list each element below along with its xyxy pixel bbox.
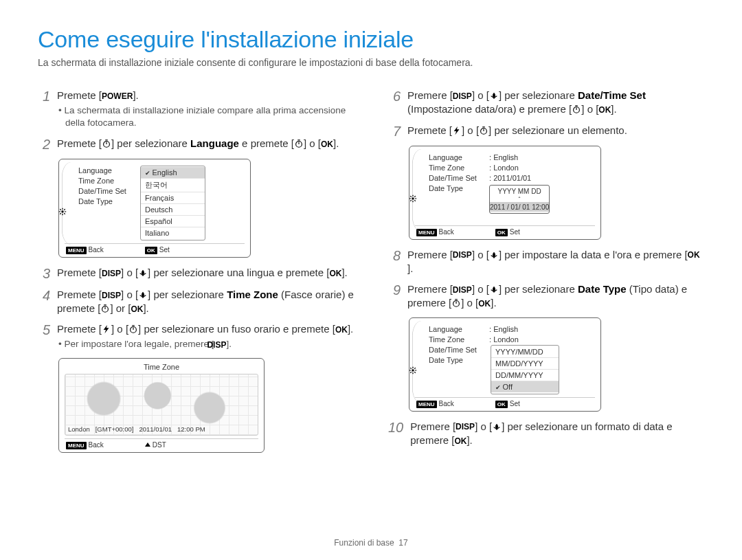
step-1: 1 Premete [POWER]. La schermata di insta… [38,89,354,130]
gear-icon [409,194,417,205]
macro-icon [138,268,148,278]
lcd-language: Language Time Zone Date/Time Set Date Ty… [58,159,251,258]
step-3: 3 Premete [DISP] o [] per selezionare un… [38,266,354,281]
ok-button-label: OK [454,436,466,447]
ok-button-label: OK [145,247,157,254]
step-5: 5 Premete [] o [] per selezionare un fus… [38,322,354,350]
left-column: 1 Premete [POWER]. La schermata di insta… [38,89,354,461]
ok-button-label: OK [335,324,348,335]
step-9: 9 Premere [DISP] o [] per selezionare Da… [388,282,704,311]
datetype-options: YYYY/MM/DD MM/DD/YYYY DD/MM/YYYY Off [491,345,559,394]
step-2: 2 Premete [] per selezionare Language e … [38,137,354,152]
ok-button-label: OK [329,268,341,279]
disp-button-label: DISP [102,268,121,279]
lcd-datetime: Language Time Zone Date/Time Set Date Ty… [409,146,601,240]
step-number: 1 [38,89,50,130]
macro-icon [492,422,502,432]
disp-button-label: DISP [453,284,472,295]
timer-icon [479,126,488,135]
step-8: 8 Premere [DISP] o [] per impostare la d… [388,248,704,276]
ok-button-label: OK [598,104,611,115]
gear-icon [409,366,417,377]
macro-icon [489,91,499,100]
step-1-note: La schermata di installazione iniziale c… [57,104,354,129]
lcd-timezone: Time Zone London [GMT+00:00] 2011/01/01 … [58,358,265,453]
menu-button-label: MENU [66,247,87,254]
disp-button-label: DISP [214,339,226,350]
step-5-note: Per impostare l'ora legale, premere [DIS… [57,338,354,350]
ok-button-label: OK [478,298,491,309]
ok-button-label: OK [495,401,508,408]
right-column: 6 Premere [DISP] o [] per selezionare Da… [388,89,704,461]
lcd-datetype: Language Time Zone Date/Time Set Date Ty… [409,317,601,412]
ok-button-label: OK [321,139,333,150]
macro-icon [489,284,499,294]
world-map: London [GMT+00:00] 2011/01/01 12:00 PM [65,374,258,436]
menu-labels: Language Time Zone Date/Time Set Date Ty… [78,164,133,240]
flash-icon [102,324,111,334]
timer-icon [294,139,304,148]
power-button-label: POWER [102,91,133,102]
timer-icon [451,298,461,308]
page-footer: Funzioni di base 17 [0,538,742,548]
language-options: English 한국어 Français Deutsch Español Ita… [140,166,205,240]
timer-icon [128,324,138,334]
timer-icon [102,139,111,148]
disp-button-label: DISP [453,249,472,260]
gear-icon [58,208,67,218]
page-title: Come eseguire l'installazione iniziale [38,26,704,53]
ok-button-label: OK [495,229,508,236]
ok-button-label: OK [688,249,700,260]
disp-button-label: DISP [102,290,121,301]
disp-button-label: DISP [456,421,475,432]
ok-button-label: OK [131,304,143,315]
flash-icon [452,126,462,135]
menu-button-label: MENU [66,442,87,449]
macro-icon [138,290,148,300]
macro-icon [489,250,499,260]
step-6: 6 Premere [DISP] o [] per selezionare Da… [388,89,704,117]
page-subtitle: La schermata di installazione iniziale c… [38,57,704,68]
up-arrow-icon [145,443,150,447]
step-7: 7 Premete [] o [] per selezionare un ele… [388,124,704,139]
timer-icon [572,104,581,114]
step-10: 10 Premere [DISP] o [] per selezionare u… [388,420,704,448]
disp-button-label: DISP [453,91,472,102]
timer-icon [100,304,110,313]
step-4: 4 Premete [DISP] o [] per selezionare Ti… [38,288,354,316]
